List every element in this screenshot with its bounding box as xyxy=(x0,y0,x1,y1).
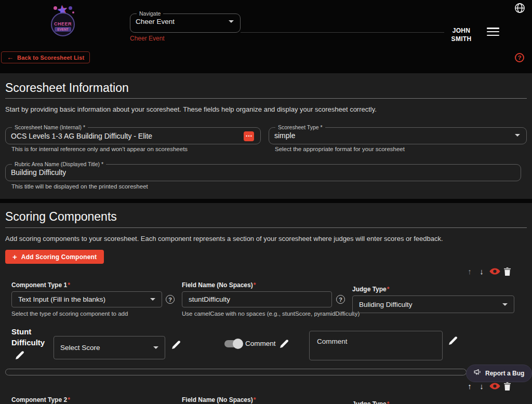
preview-score-select[interactable]: Select Score xyxy=(54,336,165,359)
help-button[interactable]: ? xyxy=(515,53,524,62)
chevron-down-icon xyxy=(515,134,520,137)
visibility-eye-icon[interactable] xyxy=(489,268,500,275)
hamburger-menu-icon[interactable] xyxy=(487,28,499,38)
section-title: Scoresheet Information xyxy=(5,81,129,95)
chevron-down-icon xyxy=(229,20,234,23)
add-scoring-component-button[interactable]: + Add Scoring Component xyxy=(5,250,104,264)
rubric-area-name-helper: This title will be displayed on the prin… xyxy=(11,183,148,190)
comment-toggle-label: Comment xyxy=(245,340,276,347)
user-last-name: SMITH xyxy=(447,35,476,43)
component-1-controls: ↑ ↓ xyxy=(466,267,511,276)
comment-toggle[interactable] xyxy=(224,340,242,347)
move-down-icon[interactable]: ↓ xyxy=(477,267,486,276)
add-button-label: Add Scoring Component xyxy=(21,253,97,261)
scoresheet-information-section: Scoresheet Information Start by providin… xyxy=(0,73,532,199)
chevron-down-icon xyxy=(502,303,508,306)
delete-trash-icon[interactable] xyxy=(504,267,511,276)
scoresheet-name-label: Scoresheet Name (Internal) * xyxy=(12,125,88,131)
move-up-icon[interactable]: ↑ xyxy=(466,382,474,390)
rubric-area-name-label: Rubric Area Name (Displayed Title) * xyxy=(12,161,106,168)
chevron-down-icon xyxy=(153,346,158,349)
edit-pencil-icon[interactable] xyxy=(172,340,181,349)
scoresheet-type-label: Scoresheet Type * xyxy=(275,125,325,131)
section-divider xyxy=(5,98,527,99)
edit-pencil-icon[interactable] xyxy=(16,351,24,359)
logo-pom-icon xyxy=(69,6,72,10)
judge-type-label: Judge Type* xyxy=(352,400,389,404)
scoresheet-name-helper: This is for internal reference only and … xyxy=(11,146,188,152)
scoring-components-section: Scoring Components Add scoring component… xyxy=(0,203,532,404)
scoresheet-name-value: OCS Levels 1-3 AG Building Difficulty - … xyxy=(11,132,152,140)
field-name-label: Field Name (No Spaces)* xyxy=(182,396,256,403)
plus-icon: + xyxy=(12,252,17,261)
chevron-down-icon xyxy=(150,298,155,301)
component-type-label: Component Type 2* xyxy=(11,396,70,403)
user-first-name: JOHN xyxy=(447,26,476,35)
judge-type-label: Judge Type* xyxy=(352,286,389,293)
component-divider xyxy=(5,369,467,375)
field-name-input[interactable]: stuntDifficulty xyxy=(182,291,332,307)
scoresheet-type-select[interactable]: Scoresheet Type * simple xyxy=(269,125,527,144)
section-description: Start by providing basic information abo… xyxy=(5,105,377,113)
section-divider xyxy=(5,227,527,228)
navigate-label: Navigate xyxy=(137,11,163,17)
field-name-help-icon[interactable]: ? xyxy=(336,295,345,304)
logo-text-bottom: EVENT xyxy=(55,27,71,32)
move-up-icon[interactable]: ↑ xyxy=(466,267,474,276)
component-type-select[interactable]: Text Input (Fill in the blanks) xyxy=(11,291,162,307)
toggle-knob xyxy=(233,339,243,349)
logo-pom-icon xyxy=(72,11,74,14)
field-name-label: Field Name (No Spaces)* xyxy=(182,281,256,289)
field-name-helper: Use camelCase with no spaces (e.g., stun… xyxy=(182,311,360,317)
password-manager-extension-icon[interactable]: ⋯ xyxy=(244,131,254,141)
component-2-controls: ↑ ↓ xyxy=(466,382,511,390)
back-to-scoresheet-list-button[interactable]: ← Back to Scoresheet List xyxy=(1,51,90,63)
preview-comment-textarea[interactable]: Comment xyxy=(309,331,443,360)
component-type-label: Component Type 1* xyxy=(11,281,70,289)
active-event-link[interactable]: Cheer Event xyxy=(130,35,165,42)
cheer-event-logo[interactable]: ★ CHEER EVENT xyxy=(49,5,76,37)
scoresheet-name-input[interactable]: Scoresheet Name (Internal) * OCS Levels … xyxy=(5,125,261,144)
logo-badge: CHEER EVENT xyxy=(51,12,75,36)
globe-icon[interactable] xyxy=(514,3,525,16)
rubric-area-name-input[interactable]: Rubric Area Name (Displayed Title) * Bui… xyxy=(5,161,521,181)
preview-component-title: Stunt Difficulty xyxy=(11,326,50,348)
megaphone-icon xyxy=(474,369,482,378)
back-button-label: Back to Scoresheet List xyxy=(17,55,84,61)
section-description: Add scoring components to your scoreshee… xyxy=(5,235,443,243)
visibility-eye-icon[interactable] xyxy=(489,383,500,389)
user-menu[interactable]: JOHN SMITH xyxy=(447,26,476,43)
component-type-help-icon[interactable]: ? xyxy=(166,295,175,304)
question-icon: ? xyxy=(517,55,521,61)
nav-underline xyxy=(241,32,444,33)
rubric-area-name-value: Building Difficulty xyxy=(11,168,66,177)
edit-pencil-icon[interactable] xyxy=(449,336,458,345)
scoresheet-type-value: simple xyxy=(274,131,295,140)
logo-text-top: CHEER xyxy=(54,21,72,26)
scoresheet-editor-page: ★ CHEER EVENT Navigate Cheer Event Cheer… xyxy=(0,0,532,404)
navigate-value: Cheer Event xyxy=(136,18,175,25)
move-down-icon[interactable]: ↓ xyxy=(477,382,486,390)
judge-type-select[interactable]: Buliding Difficulty xyxy=(352,295,514,313)
back-arrow-icon: ← xyxy=(7,53,14,61)
section-title: Scoring Components xyxy=(5,210,117,224)
scoresheet-type-helper: Select the appropriate format for your s… xyxy=(275,146,405,152)
edit-pencil-icon[interactable] xyxy=(280,339,289,348)
delete-trash-icon[interactable] xyxy=(504,382,511,390)
navigate-select[interactable]: Navigate Cheer Event xyxy=(130,11,241,33)
report-a-bug-button[interactable]: Report a Bug xyxy=(466,365,532,382)
component-type-helper: Select the type of scoring component to … xyxy=(11,311,128,317)
